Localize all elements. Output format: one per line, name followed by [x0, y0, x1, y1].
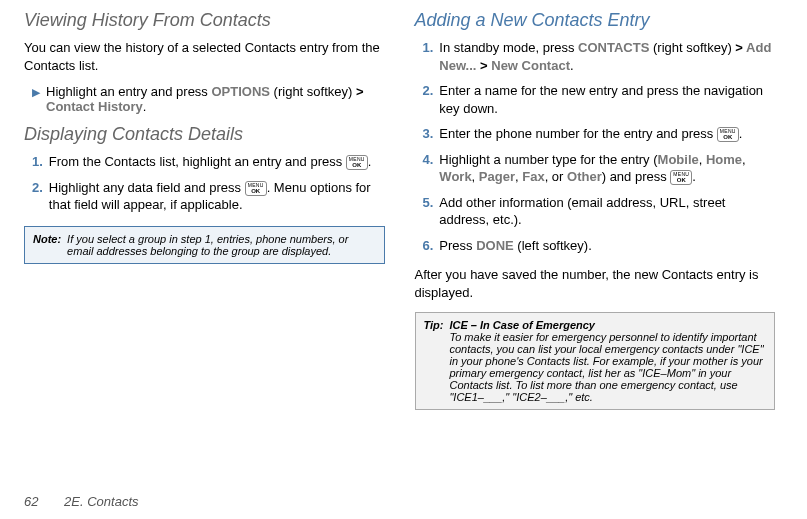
triangle-icon: ▶ [32, 84, 40, 114]
step-6: 6. Press DONE (left softkey). [415, 237, 776, 255]
viewing-history-para: You can view the history of a selected C… [24, 39, 385, 74]
text: In standby mode, press [439, 40, 578, 55]
step-1: 1. From the Contacts list, highlight an … [24, 153, 385, 171]
adding-contact-steps: 1. In standby mode, press CONTACTS (righ… [415, 39, 776, 254]
menu-ok-icon: MENUOK [670, 170, 692, 185]
note-box: Note: If you select a group in step 1, e… [24, 226, 385, 264]
heading-adding-contact: Adding a New Contacts Entry [415, 10, 776, 31]
text: Highlight a number type for the entry ( [439, 152, 657, 167]
page-footer: 62 2E. Contacts [24, 494, 139, 509]
after-save-para: After you have saved the number, the new… [415, 266, 776, 301]
ok-label: OK [248, 188, 264, 194]
gt: > [480, 58, 488, 73]
step-number: 1. [423, 39, 434, 74]
text: . [692, 169, 696, 184]
step-text: Press DONE (left softkey). [439, 237, 591, 255]
step-number: 5. [423, 194, 434, 229]
text: Highlight an entry and press [46, 84, 211, 99]
tip-title: ICE – In Case of Emergency [449, 319, 595, 331]
text: Enter the phone number for the entry and… [439, 126, 717, 141]
step-text: Add other information (email address, UR… [439, 194, 775, 229]
text: (right softkey) [649, 40, 735, 55]
step-number: 6. [423, 237, 434, 255]
done-label: DONE [476, 238, 514, 253]
note-text: If you select a group in step 1, entries… [67, 233, 375, 257]
text: (right softkey) [270, 84, 356, 99]
tip-content: ICE – In Case of Emergency To make it ea… [449, 319, 766, 403]
menu-label: MENU [248, 183, 264, 188]
highlight-options-bullet: ▶ Highlight an entry and press OPTIONS (… [24, 84, 385, 114]
gt: > [735, 40, 743, 55]
step-3: 3. Enter the phone number for the entry … [415, 125, 776, 143]
page-number: 62 [24, 494, 38, 509]
contacts-label: CONTACTS [578, 40, 649, 55]
displaying-details-steps: 1. From the Contacts list, highlight an … [24, 153, 385, 214]
step-number: 1. [32, 153, 43, 171]
left-column: Viewing History From Contacts You can vi… [24, 10, 385, 410]
step-1: 1. In standby mode, press CONTACTS (righ… [415, 39, 776, 74]
fax-label: Fax [522, 169, 544, 184]
other-label: Other [567, 169, 602, 184]
bullet-text: Highlight an entry and press OPTIONS (ri… [46, 84, 385, 114]
text: Highlight any data field and press [49, 180, 245, 195]
text: , [472, 169, 479, 184]
text: (left softkey). [514, 238, 592, 253]
step-5: 5. Add other information (email address,… [415, 194, 776, 229]
heading-displaying-details: Displaying Contacts Details [24, 124, 385, 145]
text: . [739, 126, 743, 141]
ok-label: OK [673, 177, 689, 183]
contact-history-label: Contact History [46, 99, 143, 114]
step-text: Enter a name for the new entry and press… [439, 82, 775, 117]
step-number: 2. [423, 82, 434, 117]
section-label: 2E. Contacts [64, 494, 138, 509]
pager-label: Pager [479, 169, 515, 184]
text: , [699, 152, 706, 167]
right-column: Adding a New Contacts Entry 1. In standb… [415, 10, 776, 410]
step-2: 2. Highlight any data field and press ME… [24, 179, 385, 214]
text: , or [545, 169, 567, 184]
ok-label: OK [720, 134, 736, 140]
two-column-layout: Viewing History From Contacts You can vi… [24, 10, 775, 410]
mobile-label: Mobile [658, 152, 699, 167]
text: From the Contacts list, highlight an ent… [49, 154, 346, 169]
text: . [368, 154, 372, 169]
tip-box: Tip: ICE – In Case of Emergency To make … [415, 312, 776, 410]
step-text: From the Contacts list, highlight an ent… [49, 153, 372, 171]
tip-label: Tip: [424, 319, 444, 403]
step-text: In standby mode, press CONTACTS (right s… [439, 39, 775, 74]
text: . [143, 99, 147, 114]
step-2: 2. Enter a name for the new entry and pr… [415, 82, 776, 117]
note-label: Note: [33, 233, 61, 257]
text: . [570, 58, 574, 73]
heading-viewing-history: Viewing History From Contacts [24, 10, 385, 31]
step-text: Enter the phone number for the entry and… [439, 125, 742, 143]
step-number: 2. [32, 179, 43, 214]
text: , [742, 152, 746, 167]
step-number: 4. [423, 151, 434, 186]
ok-label: OK [349, 162, 365, 168]
text: ) and press [602, 169, 671, 184]
home-label: Home [706, 152, 742, 167]
tip-text: To make it easier for emergency personne… [449, 331, 763, 403]
menu-ok-icon: MENUOK [346, 155, 368, 170]
gt: > [356, 84, 364, 99]
step-4: 4. Highlight a number type for the entry… [415, 151, 776, 186]
new-contact-label: New Contact [488, 58, 570, 73]
work-label: Work [439, 169, 471, 184]
options-label: OPTIONS [211, 84, 270, 99]
step-text: Highlight a number type for the entry (M… [439, 151, 775, 186]
step-number: 3. [423, 125, 434, 143]
text: Press [439, 238, 476, 253]
menu-ok-icon: MENUOK [717, 127, 739, 142]
step-text: Highlight any data field and press MENUO… [49, 179, 385, 214]
menu-ok-icon: MENUOK [245, 181, 267, 196]
